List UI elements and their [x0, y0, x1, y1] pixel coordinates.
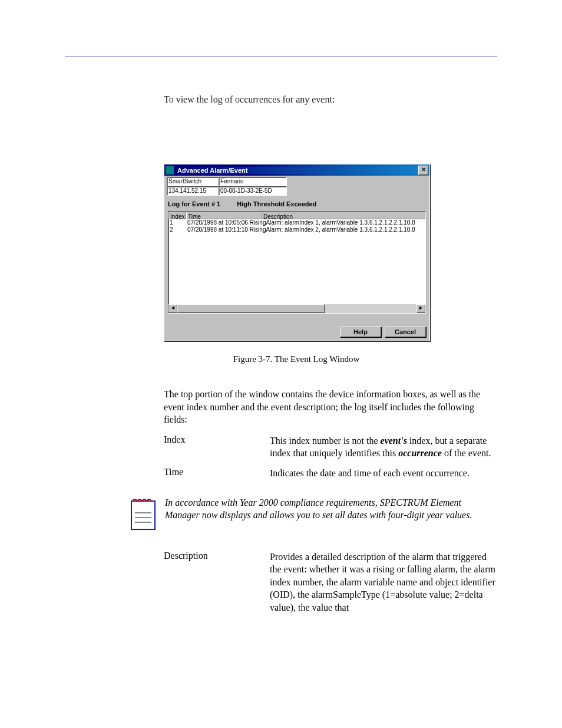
def-body-time: Indicates the date and time of each even… — [270, 467, 497, 480]
device-name-field: SmartSwitch — [167, 177, 219, 186]
horizontal-scrollbar[interactable]: ◄ ► — [168, 304, 425, 313]
def-term-description: Description — [164, 551, 270, 614]
cell-index: 1 — [168, 219, 186, 226]
table-row[interactable]: 2 07/20/1998 at 10:11:10 RisingAlarm: al… — [168, 226, 425, 233]
mac-field: 00-00-1D-33-2E-5D — [219, 186, 287, 196]
window-title: Advanced Alarm/Event — [176, 167, 418, 174]
svg-rect-0 — [131, 501, 155, 529]
log-description: High Threshold Exceeded — [237, 200, 316, 207]
ip-field: 134.141.52.15 — [167, 186, 219, 196]
cell-index: 2 — [168, 226, 186, 233]
def-body-description: Provides a detailed description of the a… — [270, 551, 497, 614]
def-time: Time Indicates the date and time of each… — [164, 467, 497, 480]
close-icon[interactable]: ✕ — [418, 166, 428, 175]
scroll-right-icon[interactable]: ► — [416, 304, 425, 313]
log-label: Log for Event # 1 — [168, 200, 220, 207]
page-top-rule — [65, 57, 497, 57]
note-block: In accordance with Year 2000 compliance … — [130, 496, 497, 533]
app-icon — [166, 166, 174, 174]
log-table: Index Time Description 1 07/20/1998 at 1… — [168, 211, 426, 314]
window-titlebar: Advanced Alarm/Event ✕ — [164, 164, 429, 176]
def-description: Description Provides a detailed descript… — [164, 551, 497, 614]
def-body-index: This index number is not the event's ind… — [270, 434, 497, 460]
def-term-index: Index — [164, 434, 270, 460]
location-field: Fennario — [219, 177, 287, 186]
cell-rest: 07/20/1998 at 10:05:06 RisingAlarm: alar… — [186, 219, 425, 226]
figure-block: Advanced Alarm/Event ✕ SmartSwitch Fenna… — [164, 164, 497, 364]
scroll-thumb[interactable] — [177, 304, 325, 313]
table-row[interactable]: 1 07/20/1998 at 10:05:06 RisingAlarm: al… — [168, 219, 425, 226]
notepad-icon — [130, 496, 157, 533]
event-log-window: Advanced Alarm/Event ✕ SmartSwitch Fenna… — [164, 164, 430, 341]
def-term-time: Time — [164, 467, 270, 480]
help-button[interactable]: Help — [340, 327, 381, 337]
figure-caption: Figure 3-7. The Event Log Window — [164, 354, 429, 364]
col-time[interactable]: Time — [186, 212, 262, 219]
def-index: Index This index number is not the event… — [164, 434, 497, 460]
intro-text: To view the log of occurrences for any e… — [164, 94, 497, 105]
note-text: In accordance with Year 2000 compliance … — [165, 496, 497, 522]
scroll-left-icon[interactable]: ◄ — [168, 304, 177, 313]
cell-rest: 07/20/1998 at 10:11:10 RisingAlarm: alar… — [186, 226, 425, 233]
cancel-button[interactable]: Cancel — [385, 327, 426, 337]
col-description[interactable]: Description — [262, 212, 425, 219]
para-window-description: The top portion of the window contains t… — [164, 388, 497, 426]
col-index[interactable]: Index — [168, 212, 186, 219]
